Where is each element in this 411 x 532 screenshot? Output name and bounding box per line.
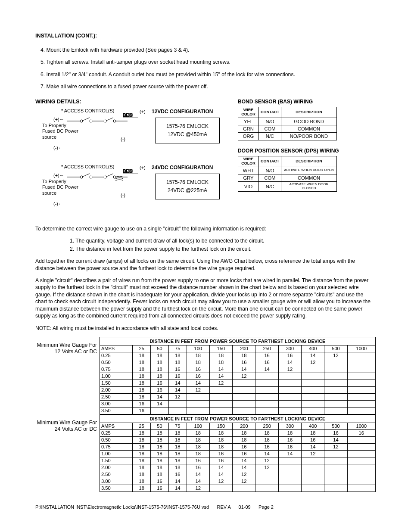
awg-cell: 0.50	[100, 359, 133, 366]
awg-cell: 16	[278, 444, 301, 451]
awg-cell: 18	[133, 430, 151, 437]
awg-col-head: 400	[302, 423, 324, 430]
awg-cell	[233, 380, 255, 387]
th: DESCRIPTION	[281, 107, 337, 118]
table-row: 0.2518181818181816161412	[100, 352, 376, 359]
table-row: 3.00181614141212	[100, 478, 376, 485]
awg-cell: 12	[168, 394, 187, 401]
awg-cell: 18	[133, 359, 151, 366]
awg-cell: 16	[347, 430, 375, 437]
dps-title: DOOR POSITION SENSOR (DPS) WIRING	[238, 147, 376, 154]
awg-cell	[278, 380, 301, 387]
awg-cell: 16	[151, 478, 169, 485]
awg-cell	[209, 408, 232, 414]
awg-cell: 18	[255, 437, 278, 444]
awg-cell	[347, 401, 375, 408]
section-title-installation: INSTALLATION (CONT.):	[35, 32, 376, 40]
awg-cell: 18	[233, 437, 255, 444]
awg-cell: 12	[209, 380, 232, 387]
awg-cell: 12	[209, 478, 232, 485]
awg-cell: 18	[233, 430, 255, 437]
awg-cell: 18	[133, 457, 151, 464]
awg-cell	[302, 471, 324, 478]
awg-cell	[255, 394, 278, 401]
awg-cell	[278, 387, 301, 394]
awg-cell	[302, 485, 324, 492]
awg-col-head: 25	[133, 345, 151, 352]
awg-cell: 16	[209, 457, 232, 464]
footer-page: Page 2	[258, 504, 274, 510]
footer-date: 01-09	[239, 504, 251, 510]
awg-cell: 18	[187, 430, 209, 437]
awg-cell: 16	[151, 387, 169, 394]
awg-cell: 1.00	[100, 373, 133, 380]
awg-cell: 18	[168, 359, 187, 366]
awg-cell: 14	[168, 380, 187, 387]
table-row: YELN/OGOOD BOND	[238, 118, 337, 125]
awg-col-head: AMPS	[100, 423, 133, 430]
awg-cell: 18	[255, 430, 278, 437]
awg-cell	[302, 387, 324, 394]
awg-cell	[302, 408, 324, 414]
svg-point-1	[80, 120, 83, 122]
awg-cell: 3.50	[100, 408, 133, 414]
svg-line-11	[83, 174, 90, 177]
table-row: GRNCOMCOMMON	[238, 125, 337, 133]
awg-cell: 14	[255, 366, 278, 373]
wiring-diagram-12v: * ACCESS CONTROL(S) 12VDC CONFIGURATION …	[35, 108, 225, 164]
table-row: 1.501816141412	[100, 380, 376, 387]
svg-point-12	[90, 176, 92, 178]
awg-cell	[324, 485, 347, 492]
svg-point-14	[104, 176, 106, 178]
step: 5. Tighten all screws. Install anti-tamp…	[40, 59, 376, 65]
th: DESCRIPTION	[281, 156, 337, 167]
table-row: 0.5018181818181818161614	[100, 437, 376, 444]
awg-cell: 3.00	[100, 478, 133, 485]
awg-cell: 18	[133, 394, 151, 401]
awg-cell: 18	[302, 430, 324, 437]
awg-cell	[209, 387, 232, 394]
config-title-24v: 24VDC CONFIGURATION	[152, 164, 213, 171]
awg-cell	[255, 380, 278, 387]
awg-cell: 18	[133, 366, 151, 373]
awg-cell: 16	[255, 352, 278, 359]
awg-cell: 18	[187, 359, 209, 366]
awg-cell: 18	[151, 359, 169, 366]
awg-cell	[347, 471, 375, 478]
awg-cell: 1.50	[100, 380, 133, 387]
awg-cell: 18	[151, 471, 169, 478]
awg-cell	[255, 373, 278, 380]
awg-cell: 18	[151, 366, 169, 373]
awg-cell	[347, 451, 375, 457]
minus-label: (-)←	[53, 145, 63, 151]
awg-cell: 2.00	[100, 387, 133, 394]
awg-title: DISTANCE IN FEET FROM POWER SOURCE TO FA…	[100, 415, 376, 423]
awg-cell	[255, 387, 278, 394]
plus-terminal: (+)	[140, 109, 146, 115]
awg-cell	[233, 401, 255, 408]
awg-cell: 12	[233, 373, 255, 380]
awg-col-head: 300	[278, 423, 301, 430]
awg-cell: 0.50	[100, 437, 133, 444]
awg-col-head: 150	[209, 423, 232, 430]
awg-col-head: 400	[302, 345, 324, 352]
awg-cell: 14	[209, 464, 232, 471]
awg-cell	[255, 478, 278, 485]
awg-cell: 18	[168, 352, 187, 359]
awg-cell	[347, 457, 375, 464]
awg-cell	[151, 408, 169, 414]
awg-cell: 18	[151, 352, 169, 359]
awg-cell	[302, 366, 324, 373]
awg-cell: 12	[324, 444, 347, 451]
awg-cell: 18	[151, 451, 169, 457]
plus-label: (+)←	[53, 117, 64, 123]
awg-cell: 14	[151, 394, 169, 401]
awg-cell: 18	[133, 444, 151, 451]
awg-col-head: 75	[168, 345, 187, 352]
awg-cell: 12	[233, 471, 255, 478]
config-title-12v: 12VDC CONFIGURATION	[152, 108, 213, 115]
awg-cell	[347, 366, 375, 373]
awg-cell: 12	[302, 451, 324, 457]
awg-cell: 14	[233, 464, 255, 471]
awg-cell	[347, 444, 375, 451]
